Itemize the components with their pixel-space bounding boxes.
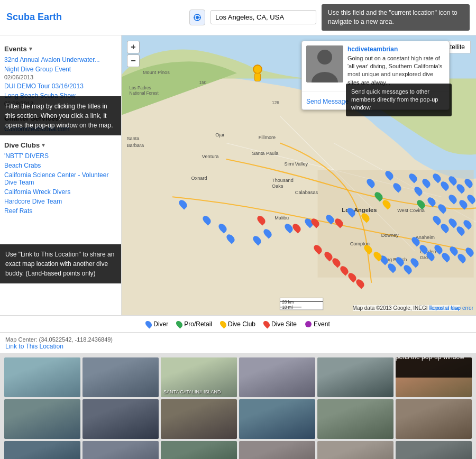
svg-text:150: 150 — [199, 80, 207, 85]
gallery-image-17[interactable] — [317, 441, 393, 459]
gallery-image-12[interactable] — [396, 399, 472, 439]
legend-diveclub-label: Dive Club — [228, 320, 255, 328]
gallery-image-18[interactable] — [396, 441, 472, 459]
gallery-image-4[interactable] — [239, 357, 315, 397]
gallery-image-2[interactable] — [83, 357, 159, 397]
svg-text:Santa: Santa — [126, 136, 140, 141]
svg-text:Oaks: Oaks — [272, 183, 283, 188]
gallery-image-5[interactable] — [317, 357, 393, 397]
map-container[interactable]: Mount Pinos Los Padres National Forest S… — [122, 35, 476, 315]
svg-text:Downey: Downey — [381, 233, 399, 238]
svg-text:Los Padres: Los Padres — [130, 85, 151, 90]
legend-diver: Diver — [146, 320, 168, 328]
events-section-header[interactable]: Events ▾ — [4, 45, 117, 53]
dive-club-item-3[interactable]: California Science Center - Volunteer Di… — [4, 170, 117, 187]
dive-club-item-1[interactable]: 'NBTT' DIVERS — [4, 151, 117, 161]
dive-club-item-4[interactable]: California Wreck Divers — [4, 187, 117, 197]
gallery-image-8[interactable] — [83, 399, 159, 439]
map-zoom-controls: + − — [127, 41, 140, 67]
svg-text:126: 126 — [272, 100, 279, 105]
svg-point-42 — [317, 50, 332, 65]
svg-text:20 km: 20 km — [282, 299, 294, 304]
svg-text:Oxnard: Oxnard — [191, 175, 207, 180]
app-title: Scuba Earth — [6, 12, 184, 23]
popup-username[interactable]: hcdiveteambrian — [347, 45, 445, 53]
legend-proretail-marker — [175, 319, 184, 328]
gallery-image-15[interactable] — [161, 441, 237, 459]
legend-divesite-marker — [262, 319, 271, 328]
svg-text:Calabasas: Calabasas — [295, 190, 318, 195]
dive-club-item-2[interactable]: Beach Crabs — [4, 161, 117, 170]
svg-text:Simi Valley: Simi Valley — [285, 161, 308, 167]
map-popup: hcdiveteambrian Going out on a constant … — [301, 41, 450, 111]
report-map-error-link[interactable]: Report a map error — [429, 305, 473, 311]
gallery-row-3 — [4, 441, 472, 459]
nav-tooltip: Use this field and the "current location… — [322, 4, 470, 31]
event-date-1: 02/06/2013 — [4, 74, 117, 80]
legend-event: Event — [305, 320, 330, 328]
drag-icon[interactable] — [253, 65, 262, 81]
gallery-image-3[interactable]: SANTA CATALINA ISLAND — [161, 357, 237, 397]
events-filter-icon: ▾ — [29, 45, 32, 52]
event-item-1[interactable]: 32nd Annual Avalon Underwater... — [4, 55, 117, 65]
gallery-image-7[interactable] — [4, 399, 80, 439]
svg-text:Fillmore: Fillmore — [259, 135, 276, 140]
dive-clubs-header[interactable]: Dive Clubs ▾ — [4, 141, 117, 149]
legend-diver-label: Diver — [153, 320, 168, 328]
zoom-out-button[interactable]: − — [127, 54, 140, 67]
svg-text:Ojai: Ojai — [215, 132, 224, 137]
gallery-row-1: SANTA CATALINA ISLAND The dive sites sho… — [4, 357, 472, 397]
link-to-location[interactable]: Link to This Location — [5, 343, 63, 350]
popup-user-photo — [306, 45, 343, 82]
event-item-3[interactable]: DUI DEMO Tour 03/16/2013 — [4, 81, 117, 91]
legend-event-label: Event — [314, 320, 330, 328]
svg-text:Malibu: Malibu — [274, 215, 289, 221]
main-content: Filter the map by clicking the titles in… — [0, 35, 476, 316]
dive-clubs-filter-icon: ▾ — [42, 142, 45, 149]
svg-text:Anaheim: Anaheim — [416, 234, 435, 240]
legend-diveclub: Dive Club — [221, 320, 255, 328]
gallery-image-1[interactable] — [4, 357, 80, 397]
legend-proretail-label: Pro/Retail — [184, 320, 212, 328]
legend-diveclub-marker — [218, 319, 227, 328]
svg-text:Mount Pinos: Mount Pinos — [143, 70, 170, 75]
svg-text:Santa Paula: Santa Paula — [252, 150, 279, 155]
info-bar: Map Center: (34.0522542, -118.2436849) L… — [0, 333, 476, 353]
send-message-tooltip: Send quick messages to other members dir… — [346, 84, 452, 116]
location-tooltip: Use "Link to This Location" to share an … — [0, 244, 122, 283]
legend-bar: Diver Pro/Retail Dive Club Dive Site Eve… — [0, 316, 476, 333]
gallery-image-9[interactable] — [161, 399, 237, 439]
gallery-image-13[interactable] — [4, 441, 80, 459]
svg-text:Ventura: Ventura — [202, 154, 219, 159]
image-gallery: SANTA CATALINA ISLAND The dive sites sho… — [0, 353, 476, 459]
dive-club-item-5[interactable]: Hardcore Dive Team — [4, 197, 117, 206]
zoom-in-button[interactable]: + — [127, 41, 140, 53]
sidebar: Filter the map by clicking the titles in… — [0, 35, 122, 315]
svg-text:National Forest: National Forest — [130, 90, 159, 95]
legend: Diver Pro/Retail Dive Club Dive Site Eve… — [0, 316, 476, 332]
gallery-image-14[interactable] — [83, 441, 159, 459]
svg-text:Barbara: Barbara — [126, 142, 144, 148]
legend-proretail: Pro/Retail — [177, 320, 212, 328]
svg-point-0 — [196, 16, 199, 19]
gallery-tooltip: The dive sites shown on the map are also… — [396, 357, 472, 378]
legend-divesite: Dive Site — [264, 320, 297, 328]
legend-divesite-label: Dive Site — [271, 320, 297, 328]
svg-text:10 mi: 10 mi — [282, 305, 292, 309]
filter-tooltip: Filter the map by clicking the titles in… — [0, 96, 122, 135]
event-item-2[interactable]: Night Dive Group Event — [4, 65, 117, 74]
gallery-row-2 — [4, 399, 472, 439]
gallery-image-16[interactable] — [239, 441, 315, 459]
gallery-image-6[interactable]: The dive sites shown on the map are also… — [396, 357, 472, 397]
legend-diver-marker — [144, 319, 153, 328]
current-location-button[interactable] — [189, 10, 205, 25]
gallery-image-10[interactable] — [239, 399, 315, 439]
map-center-text: Map Center: (34.0522542, -118.2436849) — [5, 336, 471, 343]
gallery-image-11[interactable] — [317, 399, 393, 439]
popup-user-info: hcdiveteambrian Going out on a constant … — [347, 45, 445, 87]
svg-text:Thousand: Thousand — [272, 177, 294, 182]
search-input[interactable] — [210, 10, 316, 24]
legend-event-marker — [305, 321, 312, 327]
app-header: Scuba Earth Use this field and the "curr… — [0, 0, 476, 35]
dive-club-item-6[interactable]: Reef Rats — [4, 206, 117, 216]
